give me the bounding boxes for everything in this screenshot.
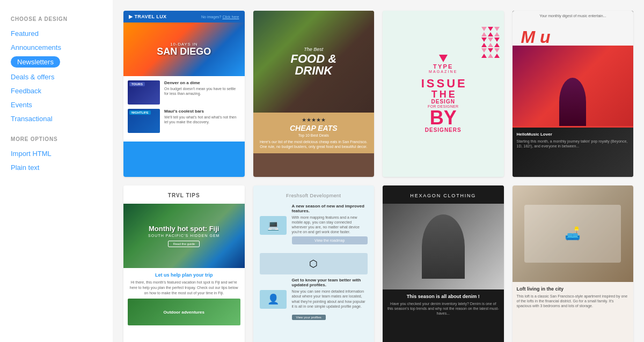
- template-card-music-magazine[interactable]: Your monthly digest of music entertain..…: [513, 11, 634, 177]
- sidebar-item-plain-text[interactable]: Plain text: [11, 162, 102, 172]
- freshsoft-item1-text: A new season of new and improved feature…: [292, 204, 368, 247]
- freshsoft-profiles-button[interactable]: View your profiles: [292, 315, 326, 320]
- freshsoft-item2-title: Get to know your team better with update…: [292, 278, 368, 287]
- freshsoft-brand: Freshsoft Development: [286, 193, 341, 198]
- food-hero-text: The Best FOOD & DRINK: [290, 47, 336, 77]
- travel-lux-brand: ▶ TRAVEL LUX: [129, 14, 167, 19]
- triangle-pattern: [481, 27, 500, 58]
- food-bottom-section: ★★★★★ CHEAP EATS Top 10 Best Deals Here'…: [253, 113, 375, 153]
- music-mag-top-bar: Your monthly digest of music entertain..…: [513, 11, 634, 21]
- travel-lux-tours-title: Denver on a dime: [164, 80, 240, 85]
- type-brand-word: TYPE: [429, 63, 457, 70]
- sidebar-nav: Featured Announcements Newsletters Deals…: [11, 28, 102, 123]
- tri-12: [494, 43, 500, 47]
- the-letter-e: E: [449, 90, 455, 99]
- tri-10: [481, 43, 487, 47]
- tri-11: [488, 43, 493, 47]
- trvl-cta-text: Let us help plan your trip: [128, 272, 240, 278]
- sidebar-item-newsletters[interactable]: Newsletters: [11, 56, 102, 68]
- travel-lux-nightlife-title: Maui's coolest bars: [164, 109, 240, 114]
- hexagon-body-text: Have you checked your denim inventory la…: [387, 301, 500, 316]
- music-letter-m: M: [521, 27, 536, 46]
- sidebar-link-newsletters[interactable]: Newsletters: [11, 56, 60, 68]
- loft-furniture-icon: 🛋️: [524, 205, 621, 263]
- travel-lux-item-tours: TOURS Denver on a dime On budget doesn't…: [128, 80, 240, 105]
- issue-row: I S S U E: [421, 78, 465, 90]
- freshsoft-body: 💻 A new season of new and improved featu…: [253, 204, 375, 321]
- design-word: DESIGN: [431, 99, 455, 105]
- sidebar-item-events[interactable]: Events: [11, 100, 102, 109]
- travel-lux-item-nightlife: NIGHTLIFE Maui's coolest bars We'll tell…: [128, 109, 240, 133]
- type-magazine-text: I S S U E T H E DESIGN FOR: [421, 78, 465, 133]
- travel-lux-nightlife-text: Maui's coolest bars We'll tell you what'…: [164, 109, 240, 124]
- trvl-brand: TRVL TIPS: [168, 192, 200, 198]
- travel-lux-no-images: No images? Click here: [201, 15, 239, 19]
- hexagon-title: This season is all about denim !: [387, 294, 500, 299]
- template-card-freshsoft[interactable]: Freshsoft Development 💻 A new season of …: [253, 185, 375, 342]
- sidebar-item-featured[interactable]: Featured: [11, 28, 102, 38]
- loft-hero-image: 🛋️: [513, 185, 634, 282]
- sidebar-link-announcements[interactable]: Announcements: [11, 43, 61, 51]
- music-mag-title-area: M u: [513, 21, 634, 46]
- sidebar-item-feedback[interactable]: Feedback: [11, 86, 102, 95]
- freshsoft-item2-text: Get to know your team better with update…: [292, 278, 368, 320]
- sidebar-more-section-title: MORE OPTIONS: [11, 136, 102, 142]
- music-mag-title: M u: [517, 24, 630, 46]
- template-card-food-drink[interactable]: The Best FOOD & DRINK ★★★★★ CHEAP EATS T…: [253, 11, 375, 177]
- sidebar-link-events[interactable]: Events: [11, 101, 32, 109]
- hexagon-hero-image: [383, 204, 504, 289]
- sidebar-link-import-html[interactable]: Import HTML: [11, 150, 52, 158]
- template-card-type-magazine[interactable]: TYPE MAGAZINE I S S U E T H E: [383, 11, 504, 177]
- sidebar: CHOOSE A DESIGN Featured Announcements N…: [0, 0, 113, 342]
- freshsoft-network-diagram: ⬡: [260, 253, 368, 274]
- trvl-hero-sub: SOUTH PACIFIC'S HIDDEN GEM: [148, 234, 220, 237]
- designers-row: DESIGNERS: [425, 128, 462, 133]
- tri-3: [494, 27, 500, 31]
- travel-lux-hero-image: 10-DAYS IN SAN DIEGO: [123, 23, 245, 76]
- freshsoft-people-icon: 👤: [260, 290, 287, 309]
- travel-lux-hero-city: SAN DIEGO: [157, 47, 211, 57]
- sidebar-link-transactional[interactable]: Transactional: [11, 115, 53, 123]
- travel-lux-tours-desc: On budget doesn't mean you have to settl…: [164, 86, 240, 96]
- template-card-loft-living[interactable]: 🛋️ Loft living in the city This loft is …: [513, 185, 634, 342]
- template-card-trvl-tips[interactable]: TRVL TIPS Monthly hot spot: Fiji SOUTH P…: [123, 185, 245, 342]
- type-magazine-word: MAGAZINE: [429, 70, 457, 73]
- by-word: BY: [430, 108, 457, 128]
- sidebar-link-featured[interactable]: Featured: [11, 29, 39, 38]
- music-mag-inner: Your monthly digest of music entertain..…: [513, 11, 634, 177]
- template-card-hexagon-clothing[interactable]: HEXAGON CLOTHING This season is all abou…: [383, 185, 504, 342]
- freshsoft-item2-desc: Now you can see more detailed informatio…: [292, 289, 368, 308]
- trvl-header: TRVL TIPS: [123, 185, 245, 204]
- sidebar-link-plain-text[interactable]: Plain text: [11, 163, 39, 172]
- freshsoft-item-1: 💻 A new season of new and improved featu…: [260, 204, 368, 247]
- trvl-read-guide-button[interactable]: Read the guide: [168, 241, 200, 247]
- travel-lux-tours-badge: TOURS: [129, 82, 145, 86]
- sidebar-item-announcements[interactable]: Announcements: [11, 42, 102, 52]
- tri-14: [488, 48, 493, 53]
- freshsoft-device-icon: 💻: [260, 216, 287, 235]
- tri-13: [481, 48, 487, 53]
- tri-7: [481, 38, 487, 42]
- trvl-body-text: Hi there, this month's featured vacation…: [128, 280, 240, 295]
- sidebar-item-transactional[interactable]: Transactional: [11, 114, 102, 123]
- trvl-hero-image: Monthly hot spot: Fiji SOUTH PACIFIC'S H…: [123, 204, 245, 268]
- freshsoft-header: Freshsoft Development: [253, 185, 375, 204]
- travel-lux-tours-image: TOURS: [128, 80, 160, 105]
- sidebar-item-deals[interactable]: Deals & offers: [11, 72, 102, 81]
- freshsoft-item1-title: A new season of new and improved feature…: [292, 204, 368, 213]
- template-card-travel-lux[interactable]: ▶ TRAVEL LUX No images? Click here 10-DA…: [123, 11, 245, 177]
- food-description: Here's our list of the most delicious ch…: [258, 139, 370, 149]
- freshsoft-roadmap-button[interactable]: View the roadmap: [292, 236, 368, 244]
- sidebar-item-import-html[interactable]: Import HTML: [11, 148, 102, 158]
- music-mag-top-text: Your monthly digest of music entertain..…: [539, 14, 606, 18]
- trvl-body: Let us help plan your trip Hi there, thi…: [123, 268, 245, 330]
- travel-lux-tours-text: Denver on a dime On budget doesn't mean …: [164, 80, 240, 96]
- issue-letter-s2: S: [437, 78, 445, 90]
- music-person-image: [513, 46, 634, 126]
- sidebar-link-deals[interactable]: Deals & offers: [11, 73, 54, 81]
- food-title-line2: DRINK: [290, 65, 336, 77]
- hexagon-brand: HEXAGON CLOTHING: [410, 193, 476, 198]
- sidebar-link-feedback[interactable]: Feedback: [11, 87, 41, 95]
- tri-5: [488, 32, 493, 36]
- templates-grid-row2: TRVL TIPS Monthly hot spot: Fiji SOUTH P…: [123, 185, 633, 342]
